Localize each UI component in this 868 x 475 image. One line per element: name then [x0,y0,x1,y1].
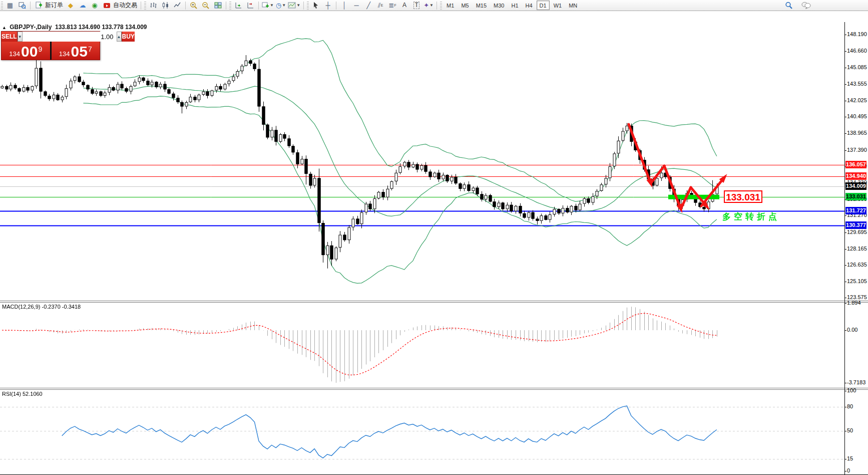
macd-pane-separator-2[interactable] [0,302,868,303]
axis-tick-mark [844,282,846,282]
collapse-arrow-icon[interactable]: ▲ [2,25,7,30]
timeframe-button-d1[interactable]: D1 [537,1,550,10]
trendline-tool-icon[interactable]: ╱ [362,1,374,10]
hline-tool-icon[interactable]: ─ [350,1,362,10]
line-chart-icon[interactable] [171,1,183,10]
sell-button[interactable]: SELL [2,32,18,42]
arrows-tool-icon[interactable]: ✦▼ [422,1,435,10]
macd-tick-label: 1.894 [847,300,861,306]
macd-pane-canvas[interactable] [0,303,844,387]
axis-tick-mark [844,298,846,298]
signals-icon[interactable]: ◉ [89,1,101,10]
axis-tick-mark [844,232,846,233]
axis-tick-mark [844,407,846,407]
volume-increase-button[interactable]: ▲ [117,32,122,42]
price-tick-label: 137.390 [847,147,867,153]
timeframe-button-h4[interactable]: H4 [523,1,536,10]
vline-tool-icon[interactable]: │ [338,1,350,10]
text-tool-icon[interactable]: A [398,1,410,10]
turning-point-note[interactable]: 多空转折点 [722,211,780,222]
new-order-label[interactable]: 新订单 [45,1,65,10]
price-tick-label: 129.695 [847,229,867,235]
label-tool-icon[interactable]: T [410,1,422,10]
community-icon[interactable]: ☁ [77,1,89,10]
rsi-tick-label: 50 [847,427,853,433]
toolbar-grip[interactable] [1,2,3,10]
volume-decrease-button[interactable]: ▼ [18,32,23,42]
rsi-value: 52.1060 [23,391,43,397]
buy-price-pip: 7 [88,42,92,57]
axis-tick-mark [844,51,846,52]
axis-tick-mark [844,459,846,459]
price-tick-label: 142.025 [847,97,867,103]
buy-price-tile[interactable]: 134 05 7 [52,42,100,60]
axis-tick-mark [844,150,846,151]
price-badge-130.377: 130.377 [845,221,866,229]
gold-cube-icon[interactable]: ◆ [65,1,77,10]
axis-tick-mark [844,383,846,383]
timeframe-button-m1[interactable]: M1 [444,1,457,10]
candlestick-chart-icon[interactable] [159,1,171,10]
axis-tick-mark [844,133,846,134]
axis-tick-mark [844,35,846,35]
sell-price-pip: 9 [38,42,42,57]
support-price-label[interactable]: 133.031 [724,190,762,203]
new-chart-icon[interactable]: ▦ [4,1,16,10]
timeframe-button-m30[interactable]: M30 [491,1,507,10]
timeframe-button-m15[interactable]: M15 [473,1,490,10]
macd-tick-label: -3.7183 [847,379,865,385]
autotrade-icon[interactable] [101,1,113,10]
template-icon[interactable]: ▼ [287,1,301,10]
profiles-icon[interactable] [16,1,28,10]
chart-shift-icon[interactable] [244,1,256,10]
price-chart-canvas[interactable] [0,22,844,301]
sell-price-tile[interactable]: 134 00 9 [2,42,50,60]
autotrade-label[interactable]: 自动交易 [113,1,139,10]
axis-tick-mark [844,249,846,250]
volume-input[interactable] [23,32,117,42]
macd-pane-title: MACD(12,26,9) -0.2370 -0.3418 [2,304,81,310]
axis-tick-mark [844,84,846,85]
rsi-tick-label: 15 [847,455,853,461]
timeframe-button-mn[interactable]: MN [566,1,580,10]
timeframe-button-m5[interactable]: M5 [458,1,472,10]
macd-values: -0.2370 -0.3418 [42,304,81,310]
one-click-trading-panel: SELL ▼ ▲ BUY 134 00 9 134 05 7 [1,31,100,60]
zoom-out-icon[interactable] [200,1,212,10]
buy-button[interactable]: BUY [122,32,135,42]
rsi-tick-label: 0 [847,467,850,473]
zoom-in-icon[interactable] [188,1,200,10]
rsi-pane-separator-2[interactable] [0,389,868,390]
rsi-tick-label: 100 [847,387,856,393]
macd-pane-separator[interactable] [0,301,868,301]
axis-tick-mark [844,303,846,304]
search-icon[interactable] [783,1,795,10]
rsi-pane-canvas[interactable] [0,390,844,474]
channel-tool-icon[interactable]: ⫽E [374,1,386,10]
price-badge-134.940: 134.940 [845,172,866,180]
rsi-pane-separator[interactable] [0,388,868,388]
axis-tick-mark [844,215,846,216]
macd-tick-label: 0.00 [847,327,857,333]
period-clock-icon[interactable]: ◷▼ [275,1,287,10]
price-tick-label: 143.555 [847,81,867,87]
new-order-icon[interactable] [33,1,45,10]
fibonacci-tool-icon[interactable]: ≣F [386,1,398,10]
cursor-icon[interactable] [310,1,322,10]
add-indicator-icon[interactable]: ▼ [261,1,275,10]
price-badge-131.727: 131.727 [845,207,866,214]
bar-chart-icon[interactable] [147,1,159,10]
price-tick-label: 148.190 [847,31,867,37]
price-badge-133.031: 133.031 [845,193,866,200]
symbol-name: GBPJPY-,Daily [10,24,52,31]
tile-windows-icon[interactable] [212,1,224,10]
axis-tick-mark [844,330,846,331]
autoscroll-icon[interactable] [232,1,244,10]
timeframe-button-h1[interactable]: H1 [508,1,521,10]
timeframe-button-w1[interactable]: W1 [551,1,565,10]
buy-price-prefix: 134 [59,50,70,59]
chat-icon[interactable] [800,1,812,10]
sell-price-main: 00 [21,45,38,59]
price-tick-label: 126.635 [847,262,867,268]
crosshair-icon[interactable]: ┼ [322,1,334,10]
